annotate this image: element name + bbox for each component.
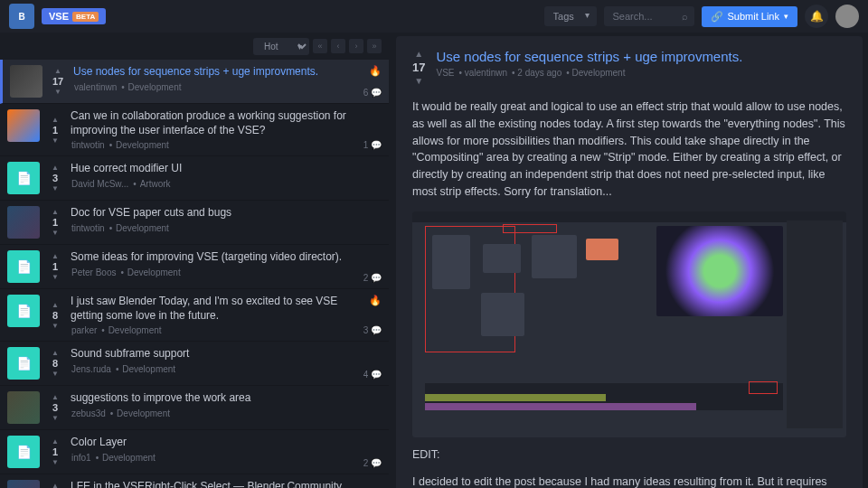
list-toolbar: Hot « ‹ › »: [0, 33, 389, 60]
pager-next[interactable]: ›: [349, 39, 363, 53]
fire-icon: 🔥: [369, 65, 382, 77]
post-item[interactable]: 📄 ▲ 1 ▼ Some ideas for improving VSE (ta…: [0, 245, 389, 289]
upvote-button[interactable]: ▲: [52, 164, 59, 172]
post-meta: zebus3dDevelopment: [71, 408, 374, 418]
upvote-button[interactable]: ▲: [52, 393, 59, 401]
vote-count: 1: [52, 446, 58, 457]
beta-badge: BETA: [72, 12, 99, 22]
pager-last[interactable]: »: [367, 39, 382, 53]
upvote-button[interactable]: ▲: [52, 349, 59, 357]
upvote-button[interactable]: ▲: [414, 49, 423, 59]
post-title: Use nodes for sequence strips + uge impr…: [73, 65, 356, 80]
search-input[interactable]: [604, 6, 694, 26]
section-badge[interactable]: VSE BETA: [42, 8, 106, 24]
post-item[interactable]: 📄 ▲ 1 ▼ Color Layer info1Development 2 💬: [0, 430, 389, 474]
comment-count: 3 💬: [363, 325, 382, 335]
post-title: suggestions to improve the work area: [71, 391, 374, 406]
post-item[interactable]: ▲ 4 ▼ LFE in the VSERight-Click Select —…: [0, 474, 389, 488]
notifications-button[interactable]: 🔔: [805, 5, 828, 28]
post-item[interactable]: ▲ 1 ▼ Can we in collaboration produce a …: [0, 104, 389, 156]
downvote-button[interactable]: ▼: [52, 370, 59, 378]
vote-box: ▲ 17 ▼: [50, 65, 66, 98]
comment-count: 1 💬: [363, 140, 382, 150]
downvote-button[interactable]: ▼: [52, 322, 59, 330]
post-thumbnail: [7, 206, 40, 239]
vote-count: 1: [52, 217, 58, 228]
detail-body: It would be really great and logical to …: [412, 99, 846, 488]
post-thumbnail: [7, 480, 40, 488]
post-item[interactable]: 📄 ▲ 3 ▼ Hue correct modifier UI David Mc…: [0, 156, 389, 201]
post-title: Sound subframe support: [71, 347, 356, 361]
vote-box: ▲ 1 ▼: [47, 109, 63, 150]
vote-box: ▲ 4 ▼: [47, 480, 63, 488]
detail-pane: ▲ 17 ▼ Use nodes for sequence strips + u…: [389, 33, 868, 488]
post-list-pane: Hot « ‹ › » ▲ 17 ▼ Use nodes for sequenc…: [0, 33, 389, 488]
upvote-button[interactable]: ▲: [52, 208, 59, 216]
upvote-button[interactable]: ▲: [54, 67, 61, 75]
vote-count: 3: [52, 173, 58, 183]
embedded-screenshot[interactable]: [412, 211, 846, 437]
topbar: B VSE BETA Tags ⌕ 🔗 Submit Link ▾ 🔔: [0, 0, 868, 33]
downvote-button[interactable]: ▼: [52, 184, 59, 192]
chevron-down-icon: ▾: [784, 12, 788, 21]
post-item[interactable]: 📄 ▲ 8 ▼ I just saw Blender Today, and I'…: [0, 289, 389, 342]
post-item[interactable]: ▲ 17 ▼ Use nodes for sequence strips + u…: [0, 60, 389, 104]
post-title: Can we in collaboration produce a workin…: [71, 109, 356, 137]
post-item[interactable]: ▲ 1 ▼ Doc for VSE paper cuts and bugs ti…: [0, 201, 389, 245]
fire-icon: 🔥: [369, 295, 382, 306]
post-thumbnail: [10, 65, 42, 98]
post-thumbnail: 📄: [7, 250, 40, 283]
upvote-button[interactable]: ▲: [52, 116, 59, 124]
post-list: ▲ 17 ▼ Use nodes for sequence strips + u…: [0, 60, 389, 488]
upvote-button[interactable]: ▲: [52, 252, 59, 260]
pager-first[interactable]: «: [313, 39, 327, 53]
paragraph: It would be really great and logical to …: [412, 99, 846, 201]
bell-icon: 🔔: [810, 10, 824, 23]
post-meta: info1Development: [71, 453, 356, 463]
vote-box: ▲ 1 ▼: [47, 250, 63, 283]
post-meta: parkerDevelopment: [71, 325, 356, 335]
link-icon: 🔗: [711, 11, 723, 23]
downvote-button[interactable]: ▼: [52, 458, 59, 466]
edit-label: EDIT:: [412, 446, 846, 464]
comment-count: 2 💬: [363, 273, 382, 283]
comment-count: 6 💬: [363, 88, 382, 98]
upvote-button[interactable]: ▲: [52, 437, 59, 446]
post-item[interactable]: ▲ 3 ▼ suggestions to improve the work ar…: [0, 386, 389, 430]
submit-link-button[interactable]: 🔗 Submit Link ▾: [702, 6, 797, 27]
downvote-button[interactable]: ▼: [52, 229, 59, 237]
downvote-button[interactable]: ▼: [52, 414, 59, 422]
vote-count: 1: [52, 125, 58, 136]
post-item[interactable]: 📄 ▲ 8 ▼ Sound subframe support Jens.ruda…: [0, 342, 389, 386]
vote-count: 17: [52, 76, 63, 87]
downvote-button[interactable]: ▼: [54, 88, 61, 96]
site-logo[interactable]: B: [9, 4, 34, 29]
post-thumbnail: 📄: [7, 162, 40, 194]
post-meta: valentinwnDevelopment: [73, 82, 356, 92]
search-icon: ⌕: [682, 11, 688, 22]
vote-count: 3: [52, 402, 58, 413]
post-title: LFE in the VSERight-Click Select — Blend…: [71, 480, 356, 488]
vote-box: ▲ 8 ▼: [47, 347, 63, 380]
pager-prev[interactable]: ‹: [331, 39, 345, 53]
post-thumbnail: [7, 391, 40, 424]
detail-title: Use nodes for sequence strips + uge impr…: [436, 49, 742, 64]
post-meta: David McSw...Artwork: [71, 179, 374, 189]
section-name: VSE: [49, 11, 69, 22]
vote-count: 17: [412, 61, 425, 74]
user-avatar[interactable]: [835, 5, 859, 28]
post-meta: Peter BoosDevelopment: [71, 267, 356, 277]
downvote-button[interactable]: ▼: [414, 76, 423, 86]
vote-box: ▲ 8 ▼: [47, 295, 63, 335]
post-meta: Jens.rudaDevelopment: [71, 364, 356, 374]
downvote-button[interactable]: ▼: [52, 136, 59, 145]
sort-select[interactable]: Hot: [253, 38, 309, 55]
paragraph: I decided to edit the post because I had…: [412, 474, 846, 488]
upvote-button[interactable]: ▲: [52, 482, 59, 488]
post-meta: tintwotinDevelopment: [71, 223, 374, 233]
upvote-button[interactable]: ▲: [52, 301, 59, 309]
tags-select[interactable]: Tags: [544, 6, 597, 26]
downvote-button[interactable]: ▼: [52, 273, 59, 281]
vote-box: ▲ 3 ▼: [47, 391, 63, 424]
vote-count: 1: [52, 261, 58, 272]
